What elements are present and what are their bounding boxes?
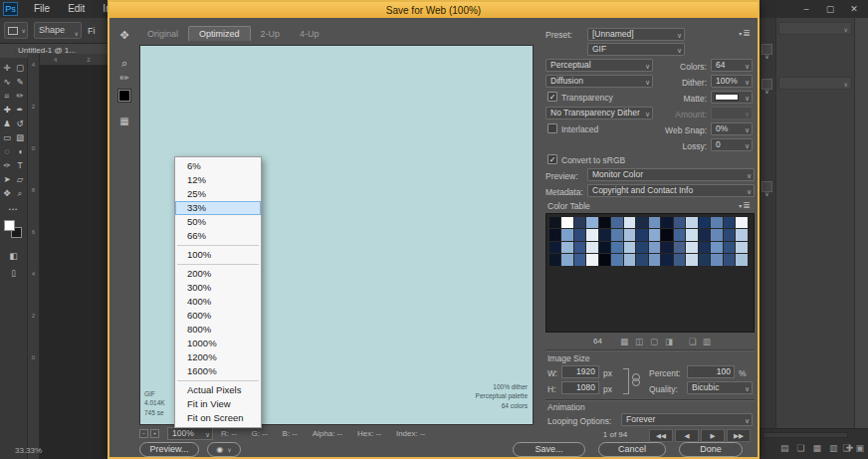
dodge-tool[interactable]: ◖: [14, 145, 27, 158]
brush-tool[interactable]: ✒: [14, 104, 27, 116]
eyedropper-tool[interactable]: ✏: [115, 71, 133, 86]
zoom-option-fit-on-screen[interactable]: Fit on Screen: [175, 411, 261, 425]
zoom-tool[interactable]: ⌕: [14, 187, 27, 200]
delete-color-icon[interactable]: ▥: [703, 336, 711, 347]
shape-tool[interactable]: ▱: [14, 173, 27, 186]
browser-select-button[interactable]: ◉: [207, 442, 241, 457]
color-swatch[interactable]: [636, 242, 648, 254]
path-selection-tool[interactable]: ➤: [1, 173, 14, 186]
percent-field[interactable]: 100: [687, 365, 735, 378]
paths-panel-icon[interactable]: ▦: [813, 442, 822, 454]
color-swatch[interactable]: [661, 242, 673, 254]
tab-2-up[interactable]: 2-Up: [251, 27, 291, 41]
zoom-level-select[interactable]: 100%: [167, 427, 213, 440]
matte-select[interactable]: [711, 91, 753, 104]
color-swatch[interactable]: [624, 229, 636, 241]
channels-panel-icon[interactable]: ❏: [797, 442, 805, 454]
color-swatch[interactable]: [649, 229, 661, 241]
marquee-tool[interactable]: ▢: [14, 62, 27, 75]
color-swatch[interactable]: [699, 242, 711, 254]
color-swatch[interactable]: [611, 217, 623, 229]
panel-collapse-icon[interactable]: [761, 181, 772, 192]
color-swatch[interactable]: [686, 242, 698, 254]
web-snap-select[interactable]: 0%: [711, 122, 753, 135]
color-swatch[interactable]: [711, 217, 723, 229]
play-button[interactable]: ▶: [701, 429, 725, 442]
close-button[interactable]: ✕: [842, 0, 866, 18]
eyedropper-color-swatch[interactable]: [118, 90, 130, 102]
color-swatch[interactable]: [674, 254, 686, 266]
document-zoom-status[interactable]: 33.33%: [15, 446, 42, 455]
transparency-dither-select[interactable]: No Transparency Dither: [545, 107, 653, 119]
color-swatch[interactable]: [624, 217, 636, 229]
color-swatch[interactable]: [561, 242, 573, 254]
zoom-option-50[interactable]: 50%: [175, 215, 261, 229]
color-swatch[interactable]: [661, 217, 673, 229]
color-swatch[interactable]: [636, 229, 648, 241]
color-swatch[interactable]: [736, 254, 748, 266]
color-swatch[interactable]: [711, 254, 723, 266]
colors-select[interactable]: 64: [711, 59, 753, 72]
zoom-tool[interactable]: ⌕: [115, 56, 133, 71]
color-swatch[interactable]: [549, 254, 561, 266]
color-swatch[interactable]: [599, 254, 611, 266]
color-swatch[interactable]: [624, 242, 636, 254]
lock-color-icon[interactable]: ◫: [635, 336, 643, 347]
zoom-option-200[interactable]: 200%: [175, 267, 261, 281]
foreground-color-swatch[interactable]: [4, 220, 15, 231]
color-swatch[interactable]: [574, 217, 586, 229]
color-swatch[interactable]: [574, 254, 586, 266]
width-field[interactable]: 1920: [561, 365, 599, 378]
color-swatch[interactable]: [561, 254, 573, 266]
color-swatch[interactable]: [674, 217, 686, 229]
preview-select[interactable]: Monitor Color: [587, 168, 755, 181]
color-swatch[interactable]: [661, 254, 673, 266]
color-swatch[interactable]: [611, 229, 623, 241]
color-swatch[interactable]: [599, 229, 611, 241]
lossy-select[interactable]: 0: [711, 138, 753, 151]
metadata-select[interactable]: Copyright and Contact Info: [587, 184, 755, 197]
zoom-option-12[interactable]: 12%: [175, 173, 261, 187]
layers-panel-icon[interactable]: ▤: [780, 442, 789, 454]
color-swatch[interactable]: [686, 254, 698, 266]
color-swatch[interactable]: [711, 242, 723, 254]
color-swatch[interactable]: [549, 242, 561, 254]
lasso-tool[interactable]: ∿: [1, 76, 14, 89]
color-swatch[interactable]: [661, 229, 673, 241]
zoom-option-1600[interactable]: 1600%: [175, 364, 261, 378]
pen-tool[interactable]: ✑: [1, 159, 14, 172]
menu-file[interactable]: File: [25, 0, 59, 18]
color-swatch[interactable]: [686, 217, 698, 229]
height-field[interactable]: 1080: [561, 381, 599, 394]
tool-preset-picker[interactable]: [4, 22, 28, 39]
panel-menu-icon[interactable]: ≣: [737, 28, 753, 39]
color-swatch[interactable]: [736, 229, 748, 241]
folder-icon[interactable]: ❏: [842, 442, 850, 454]
menu-edit[interactable]: Edit: [59, 0, 94, 18]
preset-select[interactable]: [Unnamed]: [587, 28, 685, 41]
link-dimensions-icon[interactable]: [632, 373, 639, 387]
clone-stamp-tool[interactable]: ♟: [1, 117, 14, 130]
swatches-panel-icon[interactable]: ▥: [829, 442, 838, 454]
crop-tool[interactable]: ⌗: [1, 90, 14, 103]
color-swatch[interactable]: [624, 254, 636, 266]
next-frame-button[interactable]: ▶▶: [727, 429, 751, 442]
color-swatch[interactable]: [549, 217, 561, 229]
panel-menu-icon[interactable]: ≣: [737, 200, 753, 211]
color-swatch[interactable]: [599, 217, 611, 229]
color-swatch[interactable]: [636, 217, 648, 229]
palette-select[interactable]: Perceptual: [545, 59, 653, 72]
color-swatch[interactable]: [736, 217, 748, 229]
horizontal-scrollbar[interactable]: [762, 432, 848, 438]
panel-collapse-icon[interactable]: [761, 44, 772, 55]
zoom-option-1200[interactable]: 1200%: [175, 350, 261, 364]
dither-select[interactable]: 100%: [711, 75, 753, 88]
healing-brush-tool[interactable]: ✚: [1, 104, 14, 116]
color-swatch[interactable]: [586, 217, 598, 229]
preview-in-browser-button[interactable]: Preview...: [139, 442, 199, 457]
first-frame-button[interactable]: ◀◀: [649, 429, 673, 442]
color-swatch[interactable]: [724, 254, 736, 266]
color-swatch[interactable]: [711, 229, 723, 241]
panel-collapse-icon[interactable]: [761, 79, 772, 90]
color-swatch[interactable]: [611, 242, 623, 254]
